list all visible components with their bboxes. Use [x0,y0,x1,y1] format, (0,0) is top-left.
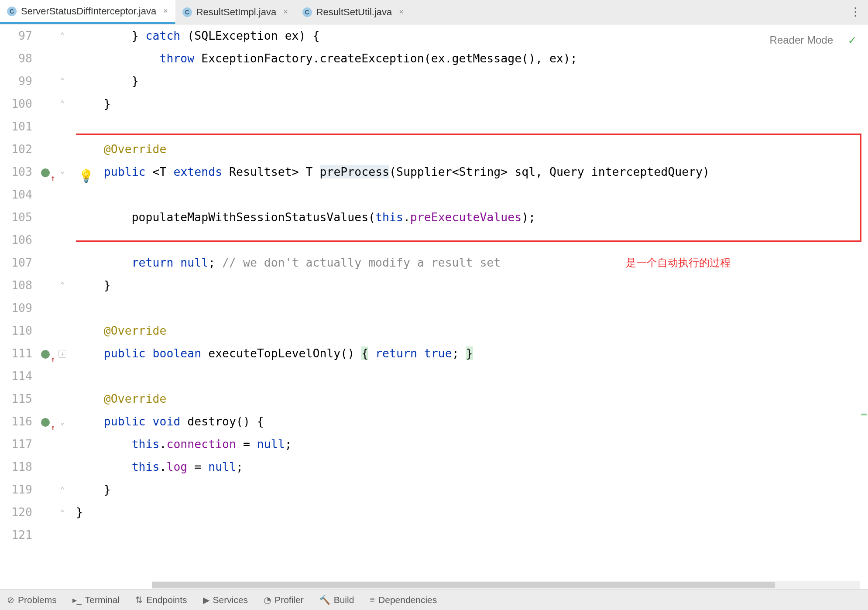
vertical-scrollbar[interactable] [860,24,868,589]
gutter-icon-strip: ↑ ↑ ↑ [40,24,56,589]
line-number: 99 [0,70,32,93]
line-number: 120 [0,501,32,524]
line-number: 115 [0,387,32,410]
line-number: 107 [0,251,32,274]
line-number: 117 [0,433,32,456]
endpoints-tool-button[interactable]: ⇅Endpoints [135,595,187,605]
line-number: 102 [0,138,32,161]
line-number: 116 [0,410,32,433]
annotation-text: 是一个自动执行的过程 [626,251,731,274]
scrollbar-thumb[interactable] [152,582,775,588]
profiler-icon: ◔ [264,595,271,605]
line-number: 111 [0,342,32,365]
tool-label: Problems [18,595,57,605]
line-number: 97 [0,24,32,47]
line-number: 104 [0,183,32,206]
fold-start-icon[interactable]: ⌄ [58,418,66,426]
terminal-tool-button[interactable]: ▸_Terminal [72,595,120,605]
line-number: 108 [0,274,32,297]
line-number: 121 [0,524,32,546]
problems-icon: ⊘ [7,595,14,605]
tab-label: ResultSetImpl.java [196,7,276,18]
line-number: 106 [0,229,32,251]
close-icon[interactable]: × [283,7,288,17]
tool-label: Services [213,595,248,605]
java-class-icon: C [302,7,312,17]
tab-file-2[interactable]: C ResultSetImpl.java × [175,0,295,24]
java-class-icon: C [182,7,192,17]
up-arrow-icon: ↑ [51,167,55,189]
problems-tool-button[interactable]: ⊘Problems [7,595,57,605]
line-number: 98 [0,47,32,70]
services-icon: ▶ [203,595,209,605]
fold-end-icon[interactable]: ⌃ [58,77,66,85]
override-gutter-icon[interactable] [41,418,50,427]
tab-file-1[interactable]: C ServerStatusDiffInterceptor.java × [0,0,175,24]
build-icon: 🔨 [319,595,330,605]
dependencies-icon: ≡ [370,595,375,605]
horizontal-scrollbar[interactable] [152,581,860,589]
close-icon[interactable]: × [399,7,404,17]
fold-expand-icon[interactable]: + [58,350,66,358]
tool-label: Endpoints [146,595,187,605]
tool-label: Profiler [274,595,304,605]
profiler-tool-button[interactable]: ◔Profiler [264,595,304,605]
tab-label: ResultSetUtil.java [316,7,392,18]
dependencies-tool-button[interactable]: ≡Dependencies [370,595,437,605]
up-arrow-icon: ↑ [51,416,55,439]
terminal-icon: ▸_ [72,595,82,605]
line-number: 103 [0,161,32,183]
fold-end-icon[interactable]: ⌃ [58,486,66,494]
bottom-tool-window-bar: ⊘Problems ▸_Terminal ⇅Endpoints ▶Service… [0,589,868,610]
line-number: 114 [0,365,32,387]
up-arrow-icon: ↑ [51,348,55,371]
line-number-gutter: 97 98 99 100 101 102 103 104 105 106 107… [0,24,40,589]
line-number: 118 [0,456,32,478]
line-number: 100 [0,93,32,115]
fold-end-icon[interactable]: ⌃ [58,281,66,289]
line-number: 119 [0,478,32,501]
line-number: 105 [0,206,32,229]
override-gutter-icon[interactable] [41,350,50,359]
build-tool-button[interactable]: 🔨Build [319,595,354,605]
tab-file-3[interactable]: C ResultSetUtil.java × [295,0,411,24]
tool-label: Build [334,595,354,605]
line-number: 101 [0,115,32,138]
endpoints-icon: ⇅ [135,595,143,605]
tool-label: Terminal [85,595,120,605]
code-editor[interactable]: 97 98 99 100 101 102 103 104 105 106 107… [0,24,868,589]
tool-label: Dependencies [378,595,437,605]
fold-strip: ⌃ ⌃ ⌃ ⌄ ⌃ + ⌄ ⌃ ⌃ [56,24,76,589]
fold-start-icon[interactable]: ⌄ [58,167,66,175]
line-number: 109 [0,297,32,319]
tab-label: ServerStatusDiffInterceptor.java [21,6,156,17]
fold-end-icon[interactable]: ⌃ [58,31,66,39]
line-number: 110 [0,319,32,342]
fold-end-icon[interactable]: ⌃ [58,99,66,107]
java-class-icon: C [7,7,17,16]
override-gutter-icon[interactable] [41,168,50,177]
editor-tabs-bar: C ServerStatusDiffInterceptor.java × C R… [0,0,868,24]
kebab-menu-icon[interactable]: ⋮ [850,0,860,24]
scroll-marker [861,414,867,415]
close-icon[interactable]: × [163,7,168,16]
services-tool-button[interactable]: ▶Services [203,595,248,605]
fold-end-icon[interactable]: ⌃ [58,509,66,517]
code-area[interactable]: Reader Mode ✓ } catch (SQLException ex) … [76,24,868,589]
